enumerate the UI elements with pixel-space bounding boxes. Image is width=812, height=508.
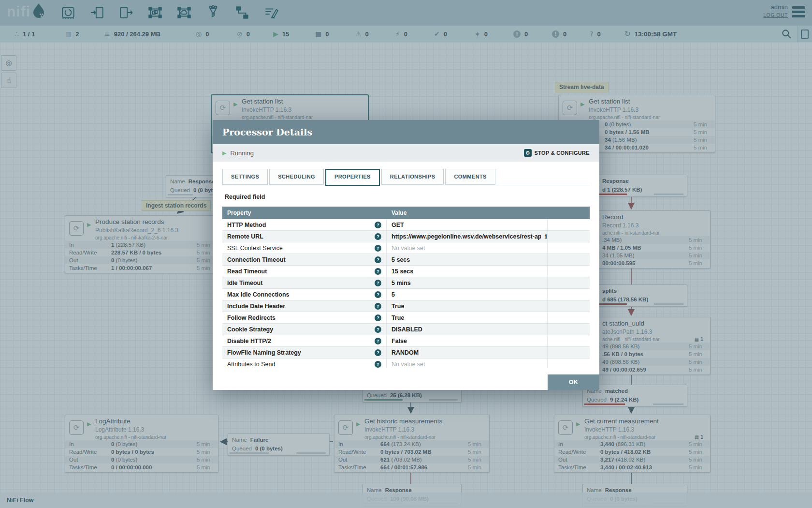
tab-relationships[interactable]: RELATIONSHIPS xyxy=(381,169,444,185)
property-name: HTTP Method xyxy=(227,222,266,228)
property-value: 5 xyxy=(392,291,395,298)
value-cell: DISABLED xyxy=(387,324,548,335)
value-cell: https://www.pegelonline.wsv.de/webservic… xyxy=(387,231,548,242)
tab-settings[interactable]: SETTINGS xyxy=(222,169,268,185)
dialog-tabs: SETTINGSSCHEDULINGPROPERTIESRELATIONSHIP… xyxy=(222,169,495,186)
property-value: 15 secs xyxy=(392,268,413,275)
property-row: HTTP Method?GET xyxy=(222,219,590,231)
property-value: 5 mins xyxy=(392,280,411,286)
help-icon[interactable]: ? xyxy=(375,233,381,240)
property-name: Idle Timeout xyxy=(227,280,262,286)
property-value: 5 secs xyxy=(392,256,410,263)
help-icon[interactable]: ? xyxy=(375,222,381,228)
stop-configure-button[interactable]: STOP & CONFIGURE xyxy=(535,150,590,156)
help-icon[interactable]: ? xyxy=(375,291,381,298)
property-row: Disable HTTP/2?False xyxy=(222,335,590,347)
property-value: No value set xyxy=(392,361,425,368)
actions-cell xyxy=(548,242,590,254)
property-row: FlowFile Naming Strategy?RANDOM xyxy=(222,347,590,359)
table-body: HTTP Method?GETRemote URL?https://www.pe… xyxy=(222,219,590,368)
property-value: True xyxy=(392,303,404,310)
help-icon[interactable]: ? xyxy=(375,314,381,321)
help-icon[interactable]: ? xyxy=(375,349,381,356)
property-cell: Disable HTTP/2? xyxy=(222,335,387,346)
property-cell: Attributes to Send? xyxy=(222,359,387,368)
tab-comments[interactable]: COMMENTS xyxy=(445,169,495,185)
processor-details-dialog: Processor Details ▶ Running ⚙ STOP & CON… xyxy=(213,120,599,390)
property-cell: SSL Context Service? xyxy=(222,242,387,254)
value-cell: GET xyxy=(387,219,548,230)
actions-cell xyxy=(548,231,590,242)
property-name: Follow Redirects xyxy=(227,314,276,321)
property-cell: Include Date Header? xyxy=(222,300,387,312)
run-status-label: Running xyxy=(230,149,253,157)
property-value: No value set xyxy=(392,245,425,252)
column-property: Property xyxy=(222,207,387,219)
property-cell: FlowFile Naming Strategy? xyxy=(222,347,387,358)
property-row: Read Timeout?15 secs xyxy=(222,266,590,277)
property-cell: Max Idle Connections? xyxy=(222,289,387,300)
ok-button[interactable]: OK xyxy=(548,374,599,390)
property-value: DISABLED xyxy=(392,326,422,333)
value-cell: No value set xyxy=(387,359,548,368)
property-name: FlowFile Naming Strategy xyxy=(227,349,301,356)
property-cell: Read Timeout? xyxy=(222,266,387,277)
actions-cell xyxy=(548,347,590,358)
property-row: Remote URL?https://www.pegelonline.wsv.d… xyxy=(222,231,590,242)
nifi-app: nifi admin LOG OUT ↻ 13:00:58 GMT ∴1 / 1… xyxy=(0,0,812,508)
column-value: Value xyxy=(387,207,548,219)
property-name: Include Date Header xyxy=(227,303,285,310)
property-row: Idle Timeout?5 mins xyxy=(222,277,590,289)
property-cell: Connection Timeout? xyxy=(222,254,387,265)
property-cell: Idle Timeout? xyxy=(222,277,387,288)
property-row: Attributes to Send?No value set xyxy=(222,359,590,368)
required-field-note: Required field xyxy=(225,194,265,200)
property-row: Include Date Header?True xyxy=(222,300,590,312)
property-row: Cookie Strategy?DISABLED xyxy=(222,324,590,335)
help-icon[interactable]: ? xyxy=(375,338,381,344)
info-icon[interactable]: i xyxy=(545,233,547,240)
actions-cell xyxy=(548,335,590,346)
dialog-title: Processor Details xyxy=(213,120,599,144)
help-icon[interactable]: ? xyxy=(375,326,381,333)
actions-cell xyxy=(548,277,590,288)
property-name: Max Idle Connections xyxy=(227,291,290,298)
property-name: Connection Timeout xyxy=(227,256,286,263)
value-cell: 5 xyxy=(387,289,548,300)
tab-properties[interactable]: PROPERTIES xyxy=(325,169,380,186)
help-icon[interactable]: ? xyxy=(375,256,381,263)
property-row: Connection Timeout?5 secs xyxy=(222,254,590,266)
properties-table: Property Value HTTP Method?GETRemote URL… xyxy=(222,207,590,368)
property-value: RANDOM xyxy=(392,349,419,356)
value-cell: 15 secs xyxy=(387,266,548,277)
value-cell: 5 secs xyxy=(387,254,548,265)
property-row: Max Idle Connections?5 xyxy=(222,289,590,300)
column-actions xyxy=(548,207,590,219)
property-value: GET xyxy=(392,222,404,228)
help-icon[interactable]: ? xyxy=(375,245,381,252)
property-row: Follow Redirects?True xyxy=(222,312,590,324)
value-cell: True xyxy=(387,312,548,323)
property-name: Attributes to Send xyxy=(227,361,275,368)
property-name: Cookie Strategy xyxy=(227,326,273,333)
actions-cell xyxy=(548,254,590,265)
actions-cell xyxy=(548,359,590,368)
actions-cell xyxy=(548,312,590,323)
help-icon[interactable]: ? xyxy=(375,268,381,275)
stop-configure-icon: ⚙ xyxy=(524,149,532,157)
property-name: Remote URL xyxy=(227,233,263,240)
property-name: Read Timeout xyxy=(227,268,267,275)
help-icon[interactable]: ? xyxy=(375,280,381,286)
actions-cell xyxy=(548,300,590,312)
actions-cell xyxy=(548,219,590,230)
tab-scheduling[interactable]: SCHEDULING xyxy=(269,169,324,185)
property-cell: Cookie Strategy? xyxy=(222,324,387,335)
property-value: True xyxy=(392,314,404,321)
value-cell: No value set xyxy=(387,242,548,254)
property-value: False xyxy=(392,338,407,344)
property-cell: HTTP Method? xyxy=(222,219,387,230)
help-icon[interactable]: ? xyxy=(375,303,381,310)
help-icon[interactable]: ? xyxy=(375,361,381,368)
dialog-status-bar: ▶ Running ⚙ STOP & CONFIGURE xyxy=(213,144,599,162)
actions-cell xyxy=(548,266,590,277)
